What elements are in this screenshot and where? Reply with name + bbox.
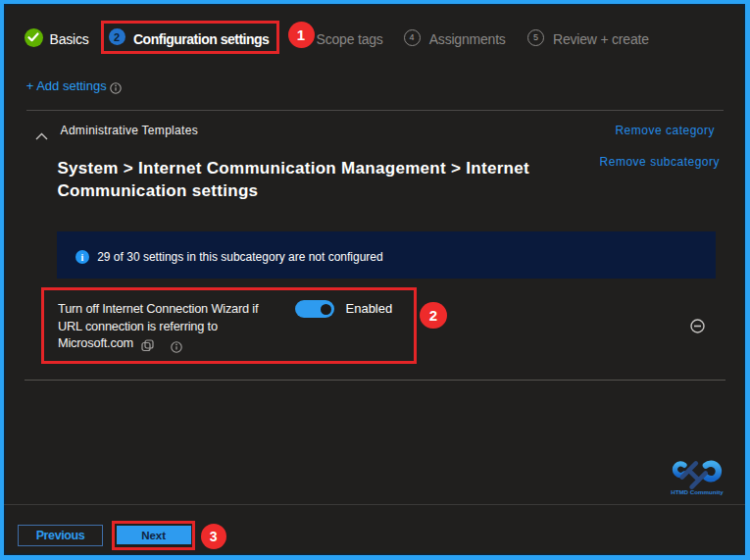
svg-text:HTMD Community: HTMD Community [671,488,724,495]
